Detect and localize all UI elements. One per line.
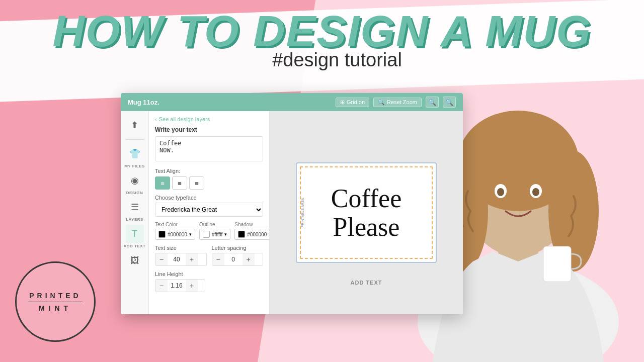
header-controls: ⊞ Grid on 🔍 Reset Zoom 🔍 🔍 xyxy=(336,97,456,108)
letter-spacing-increase[interactable]: + xyxy=(243,253,255,265)
tool-body: ⬆ 👕 MY FILES ◉ DESIGN ☰ LAYERS T ADD TEX… xyxy=(121,111,463,314)
write-text-label: Write your text xyxy=(155,126,263,133)
design-icon: ◉ xyxy=(126,171,144,190)
sidebar-item-image[interactable]: 🖼 xyxy=(126,251,144,269)
text-color-label: Text Color xyxy=(155,222,195,227)
zoom-out-button[interactable]: 🔍 xyxy=(443,97,456,108)
logo-divider xyxy=(28,302,83,302)
sidebar-upload[interactable]: ⬆ xyxy=(126,116,144,134)
outline-color-col: Outline #ffffff ▾ xyxy=(199,222,230,240)
line-height-decrease[interactable]: − xyxy=(155,280,168,292)
canvas-content: PRINTABLE AREA Coffee Please ADD TEXT xyxy=(296,162,437,263)
layers-icon: ☰ xyxy=(126,198,144,216)
sidebar-item-myfiles[interactable]: 👕 MY FILES xyxy=(124,145,145,168)
line-height-label: Line Height xyxy=(155,271,263,277)
design-label: DESIGN xyxy=(126,191,143,195)
typeface-label: Choose typeface xyxy=(155,195,263,201)
align-buttons: ≡ ≡ ≡ xyxy=(155,176,263,190)
logo-mint: MINT xyxy=(39,304,72,312)
letter-spacing-value: 0 xyxy=(224,256,243,263)
reset-zoom-label: Reset Zoom xyxy=(387,99,417,105)
title-area: HOW TO DESIGN A MUG #design tutorial xyxy=(0,9,644,71)
myfiles-label: MY FILES xyxy=(124,164,145,168)
letter-spacing-label: Letter spacing xyxy=(212,245,264,251)
align-center-button[interactable]: ≡ xyxy=(172,176,187,190)
text-size-stepper: − 40 + xyxy=(155,253,207,266)
sidebar-item-addtext[interactable]: T ADD TEXT xyxy=(124,225,146,248)
outline-label: Outline xyxy=(199,222,230,227)
text-color-value: #000000 xyxy=(168,232,187,237)
back-button[interactable]: ‹ See all design layers xyxy=(155,116,263,122)
addtext-label: ADD TEXT xyxy=(124,244,146,248)
line-height-section: Line Height − 1.16 + xyxy=(155,271,263,292)
mug-canvas[interactable]: PRINTABLE AREA Coffee Please xyxy=(296,162,437,263)
tool-title: Mug 11oz. xyxy=(128,99,159,106)
text-color-swatch xyxy=(158,231,166,238)
zoom-in-icon: 🔍 xyxy=(428,99,436,106)
logo-circle: PRINTED MINT xyxy=(15,261,96,342)
line-height-value: 1.16 xyxy=(168,282,186,289)
mug-text-line2: Please xyxy=(331,213,402,241)
shadow-color-picker[interactable]: #000000 ▾ xyxy=(234,229,270,240)
line-height-stepper: − 1.16 + xyxy=(155,279,205,292)
letter-spacing-stepper: − 0 + xyxy=(212,253,264,266)
tool-canvas: PRINTABLE AREA Coffee Please ADD TEXT xyxy=(270,111,463,314)
align-left-button[interactable]: ≡ xyxy=(155,176,170,190)
sidebar-item-design[interactable]: ◉ DESIGN xyxy=(126,171,144,195)
text-size-value: 40 xyxy=(168,256,186,263)
text-icon: T xyxy=(126,225,144,243)
shadow-color-value: #000000 xyxy=(247,232,267,237)
reset-zoom-icon: 🔍 xyxy=(378,99,385,106)
back-label: See all design layers xyxy=(159,116,210,122)
sidebar-item-layers[interactable]: ☰ LAYERS xyxy=(126,198,144,222)
grid-toggle-button[interactable]: ⊞ Grid on xyxy=(336,98,369,107)
color-row: Text Color #000000 ▾ Outline #ffffff ▾ xyxy=(155,222,263,240)
outline-chevron-icon: ▾ xyxy=(224,232,227,237)
line-height-increase[interactable]: + xyxy=(186,280,198,292)
zoom-out-icon: 🔍 xyxy=(445,99,453,106)
mug-text-display: Coffee Please xyxy=(331,184,402,241)
outline-color-value: #ffffff xyxy=(212,232,222,237)
tool-sidebar: ⬆ 👕 MY FILES ◉ DESIGN ☰ LAYERS T ADD TEX… xyxy=(121,111,149,314)
grid-icon: ⊞ xyxy=(340,99,345,106)
outline-color-swatch xyxy=(203,231,210,238)
text-size-group: Text size − 40 + xyxy=(155,245,207,266)
image-icon: 🖼 xyxy=(126,251,144,269)
text-color-col: Text Color #000000 ▾ xyxy=(155,222,195,240)
mug-text-line1: Coffee xyxy=(331,184,402,213)
main-title: HOW TO DESIGN A MUG xyxy=(0,9,644,53)
shadow-label: Shadow xyxy=(234,222,270,227)
align-right-button[interactable]: ≡ xyxy=(189,176,204,190)
shadow-color-swatch xyxy=(238,231,245,238)
text-size-increase[interactable]: + xyxy=(186,253,198,265)
layers-label: LAYERS xyxy=(126,217,143,222)
design-tool: Mug 11oz. ⊞ Grid on 🔍 Reset Zoom 🔍 🔍 ⬆ xyxy=(121,93,463,314)
typeface-select[interactable]: Fredericka the Great xyxy=(155,203,263,217)
text-size-decrease[interactable]: − xyxy=(155,253,168,265)
shadow-color-col: Shadow #000000 ▾ xyxy=(234,222,270,240)
add-text-canvas-label: ADD TEXT xyxy=(351,280,382,286)
back-arrow-icon: ‹ xyxy=(155,116,157,122)
reset-zoom-button[interactable]: 🔍 Reset Zoom xyxy=(373,98,422,107)
letter-spacing-decrease[interactable]: − xyxy=(212,253,224,265)
upload-icon: ⬆ xyxy=(126,116,144,134)
tool-panel: ‹ See all design layers Write your text … xyxy=(149,111,270,314)
printable-area-label: PRINTABLE AREA xyxy=(301,198,304,227)
color-chevron-icon: ▾ xyxy=(189,232,192,237)
logo-printed: PRINTED xyxy=(29,292,81,300)
size-spacing-row: Text size − 40 + Letter spacing − 0 + xyxy=(155,245,263,266)
outline-color-picker[interactable]: #ffffff ▾ xyxy=(199,229,230,240)
tool-header: Mug 11oz. ⊞ Grid on 🔍 Reset Zoom 🔍 🔍 xyxy=(121,93,463,111)
text-input[interactable]: Coffee NOW. xyxy=(155,136,263,161)
text-size-label: Text size xyxy=(155,245,207,251)
zoom-in-button[interactable]: 🔍 xyxy=(426,97,439,108)
text-color-picker[interactable]: #000000 ▾ xyxy=(155,229,195,240)
sidebar-sep-1 xyxy=(126,139,144,140)
grid-label: Grid on xyxy=(347,99,365,105)
align-label: Text Align: xyxy=(155,168,263,174)
tshirt-icon: 👕 xyxy=(126,145,144,163)
letter-spacing-group: Letter spacing − 0 + xyxy=(212,245,264,266)
